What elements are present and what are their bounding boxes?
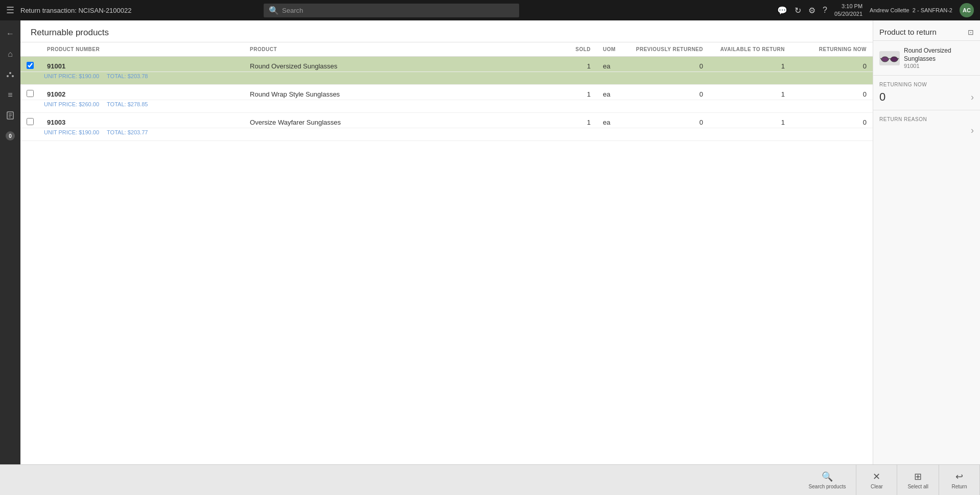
- topbar-time: 3:10 PM 05/20/2021: [834, 3, 862, 18]
- refresh-icon[interactable]: ↻: [795, 6, 801, 15]
- search-products-label: Search products: [809, 484, 846, 489]
- row-sold: 1: [566, 113, 597, 128]
- preview-product-info: Round Oversized Sunglasses 91001: [904, 47, 974, 69]
- product-preview: Round Oversized Sunglasses 91001: [873, 41, 980, 76]
- table-row[interactable]: 91001 Round Oversized Sunglasses 1 ea 0 …: [20, 57, 873, 72]
- header-returning-now: RETURNING NOW: [791, 42, 873, 57]
- return-button[interactable]: ↩ Return: [939, 465, 980, 495]
- search-box[interactable]: 🔍: [264, 4, 519, 17]
- help-icon[interactable]: ?: [823, 6, 827, 15]
- row-product-name: Round Wrap Style Sunglasses: [244, 85, 566, 100]
- return-reason-label: RETURN REASON: [879, 116, 974, 122]
- return-reason-chevron[interactable]: ›: [971, 125, 974, 136]
- cart-badge: 0: [6, 131, 15, 140]
- table-header: PRODUCT NUMBER PRODUCT SOLD UOM PREVIOUS…: [20, 42, 873, 57]
- row-checkbox-cell[interactable]: [20, 57, 41, 72]
- svg-point-8: [891, 57, 898, 62]
- row-product-number: 91003: [41, 113, 244, 128]
- right-panel: Product to return ⊡ Round Oversized Sung…: [873, 20, 980, 464]
- settings-icon[interactable]: ⚙: [808, 6, 815, 15]
- row-prev-returned: 0: [627, 57, 709, 72]
- topbar: ☰ Return transaction: NCISAN-2100022 🔍 💬…: [0, 0, 980, 20]
- avatar[interactable]: AC: [960, 3, 974, 17]
- row-uom: ea: [597, 113, 627, 128]
- search-products-button[interactable]: 🔍 Search products: [799, 465, 857, 495]
- sidebar-operations[interactable]: [1, 65, 19, 84]
- row-sold: 1: [566, 57, 597, 72]
- sidebar-list[interactable]: ≡: [1, 86, 19, 104]
- return-icon: ↩: [955, 471, 963, 482]
- sidebar-back[interactable]: ←: [1, 25, 19, 43]
- row-checkbox-cell[interactable]: [20, 113, 41, 128]
- preview-product-name: Round Oversized Sunglasses: [904, 47, 974, 63]
- svg-point-0: [9, 72, 11, 74]
- header-uom: UOM: [597, 42, 627, 57]
- row-prev-returned: 0: [627, 85, 709, 100]
- header-sold: SOLD: [566, 42, 597, 57]
- panel-header: Returnable products: [20, 20, 873, 42]
- row-checkbox[interactable]: [27, 118, 34, 125]
- svg-line-9: [880, 58, 881, 59]
- row-product-number: 91002: [41, 85, 244, 100]
- return-reason-section: RETURN REASON ›: [873, 110, 980, 142]
- search-products-icon: 🔍: [822, 471, 833, 482]
- main-container: ← ⌂ ≡ 0 Returnable products PR: [0, 20, 980, 464]
- table-row[interactable]: 91003 Oversize Wayfarer Sunglasses 1 ea …: [20, 113, 873, 128]
- row-product-name: Oversize Wayfarer Sunglasses: [244, 113, 566, 128]
- row-checkbox[interactable]: [27, 62, 34, 69]
- return-label: Return: [951, 484, 967, 489]
- svg-point-1: [7, 75, 9, 77]
- row-returning-now: 0: [791, 85, 873, 100]
- row-price-info: UNIT PRICE: $190.00 TOTAL: $203.77: [20, 128, 873, 141]
- sidebar: ← ⌂ ≡ 0: [0, 20, 20, 464]
- row-product-name: Round Oversized Sunglasses: [244, 57, 566, 72]
- right-panel-header: Product to return ⊡: [873, 20, 980, 41]
- row-prev-returned: 0: [627, 113, 709, 128]
- row-returning-now: 0: [791, 57, 873, 72]
- product-thumbnail: [879, 51, 900, 65]
- topbar-title: Return transaction: NCISAN-2100022: [20, 7, 132, 14]
- header-product-number: PRODUCT NUMBER: [41, 42, 244, 57]
- user-name: Andrew Collette: [870, 7, 909, 13]
- preview-product-sku: 91001: [904, 63, 974, 69]
- sidebar-home[interactable]: ⌂: [1, 45, 19, 63]
- row-checkbox-cell[interactable]: [20, 85, 41, 100]
- row-price-info: UNIT PRICE: $260.00 TOTAL: $278.85: [20, 100, 873, 113]
- search-input[interactable]: [282, 7, 514, 14]
- expand-icon[interactable]: ⊡: [968, 28, 974, 36]
- svg-line-10: [898, 58, 899, 59]
- row-avail-return: 1: [709, 85, 791, 100]
- row-checkbox[interactable]: [27, 90, 34, 97]
- row-uom: ea: [597, 85, 627, 100]
- content-area: Returnable products PRODUCT NUMBER PRODU…: [20, 20, 980, 464]
- clear-button[interactable]: ✕ Clear: [856, 465, 897, 495]
- svg-point-2: [12, 75, 14, 77]
- topbar-actions: 💬 ↻ ⚙ ? 3:10 PM 05/20/2021 Andrew Collet…: [777, 3, 974, 18]
- select-all-label: Select all: [907, 484, 928, 489]
- table-row-sub: UNIT PRICE: $190.00 TOTAL: $203.77: [20, 128, 873, 141]
- table-row-sub: UNIT PRICE: $190.00 TOTAL: $203.78: [20, 72, 873, 85]
- row-uom: ea: [597, 57, 627, 72]
- header-product: PRODUCT: [244, 42, 566, 57]
- sidebar-orders[interactable]: [1, 106, 19, 125]
- returning-now-row: 0 ›: [879, 90, 974, 104]
- sidebar-zero[interactable]: 0: [1, 127, 19, 145]
- clear-label: Clear: [871, 484, 883, 489]
- search-icon: 🔍: [269, 6, 279, 15]
- header-checkbox: [20, 42, 41, 57]
- hamburger-icon[interactable]: ☰: [6, 5, 14, 16]
- topbar-user: Andrew Collette 2 - SANFRAN-2: [870, 7, 952, 13]
- right-panel-title: Product to return: [879, 28, 937, 36]
- returning-now-label: RETURNING NOW: [879, 82, 974, 87]
- bottom-bar: 🔍 Search products ✕ Clear ⊞ Select all ↩…: [0, 464, 980, 495]
- select-all-button[interactable]: ⊞ Select all: [897, 465, 939, 495]
- header-avail-return: AVAILABLE TO RETURN: [709, 42, 791, 57]
- table-row[interactable]: 91002 Round Wrap Style Sunglasses 1 ea 0…: [20, 85, 873, 100]
- return-reason-row: ›: [879, 125, 974, 136]
- row-returning-now: 0: [791, 113, 873, 128]
- chat-icon[interactable]: 💬: [777, 6, 787, 15]
- header-prev-returned: PREVIOUSLY RETURNED: [627, 42, 709, 57]
- returning-now-chevron[interactable]: ›: [971, 92, 974, 103]
- row-sold: 1: [566, 85, 597, 100]
- returning-now-value: 0: [879, 90, 885, 104]
